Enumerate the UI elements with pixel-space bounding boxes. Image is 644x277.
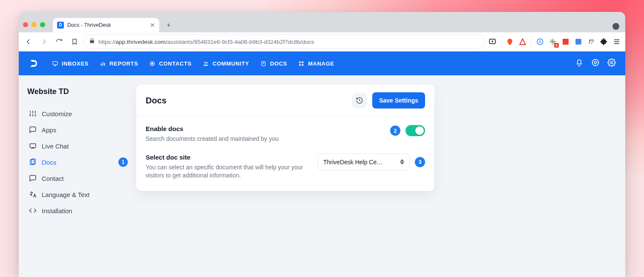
app-header: INBOXES REPORTS CONTACTS COMMUNITY DOCS xyxy=(19,51,625,75)
active-tab[interactable]: D Docs - ThriveDesk ✕ xyxy=(53,18,159,32)
svg-rect-4 xyxy=(101,63,102,66)
card-title: Docs xyxy=(146,96,167,106)
history-icon xyxy=(356,97,363,104)
nav-label: REPORTS xyxy=(109,60,138,67)
separator xyxy=(531,37,532,46)
sidebar-item-language[interactable]: Language & Text xyxy=(27,186,125,203)
docs-card: Docs Save Settings xyxy=(136,85,434,191)
settings-icon[interactable] xyxy=(607,58,616,69)
header-actions xyxy=(575,58,616,69)
svg-rect-19 xyxy=(30,144,36,148)
nav-docs[interactable]: DOCS xyxy=(260,60,287,67)
nav-community[interactable]: COMMUNITY xyxy=(203,60,249,67)
sidebar-item-docs[interactable]: Docs 1 xyxy=(27,154,125,170)
svg-rect-15 xyxy=(302,64,304,66)
browser-menu-icon[interactable] xyxy=(612,37,622,47)
barchart-icon xyxy=(100,60,106,67)
close-window-icon[interactable] xyxy=(23,22,28,27)
lock-icon xyxy=(89,38,95,46)
svg-rect-3 xyxy=(53,61,58,65)
svg-rect-5 xyxy=(103,62,104,66)
sidebar-item-customize[interactable]: Customize xyxy=(27,106,125,122)
select-value: ThriveDesk Help Ce… xyxy=(323,159,382,166)
close-tab-icon[interactable]: ✕ xyxy=(150,22,155,29)
select-site-title: Select doc site xyxy=(146,154,308,161)
minimize-window-icon[interactable] xyxy=(32,22,37,27)
save-settings-label: Save Settings xyxy=(379,97,418,104)
brand-logo-icon[interactable] xyxy=(28,58,39,69)
enable-docs-desc: Search documents created and maintained … xyxy=(146,135,279,143)
browser-window: D Docs - ThriveDesk ✕ https://app.thr xyxy=(19,12,625,277)
install-site-icon[interactable] xyxy=(487,37,497,47)
row-select-site: Select doc site You can select an specif… xyxy=(146,154,425,180)
select-site-desc: You can select an specific document that… xyxy=(146,163,308,180)
svg-rect-14 xyxy=(299,64,301,66)
grid-icon xyxy=(298,60,305,67)
help-icon[interactable] xyxy=(591,58,600,69)
history-button[interactable] xyxy=(352,93,367,108)
nav-reports[interactable]: REPORTS xyxy=(100,60,138,67)
nav-label: CONTACTS xyxy=(159,60,191,67)
save-settings-button[interactable]: Save Settings xyxy=(372,92,425,109)
sidebar-item-label: Live Chat xyxy=(42,143,69,150)
brave-ext-icon[interactable] xyxy=(505,37,515,47)
nav-label: MANAGE xyxy=(308,60,334,67)
card-header: Docs Save Settings xyxy=(136,85,434,117)
ext-badge: 2 xyxy=(554,43,559,48)
workspace: Website TD Customize Apps Live Chat Docs… xyxy=(19,75,625,277)
svg-point-8 xyxy=(152,63,153,64)
fquestion-ext-icon[interactable]: f? xyxy=(586,37,596,47)
tab-title: Docs - ThriveDesk xyxy=(67,22,111,28)
nav-manage[interactable]: MANAGE xyxy=(298,60,334,67)
notifications-icon[interactable] xyxy=(575,58,584,69)
onepassword-ext-icon[interactable] xyxy=(535,37,545,47)
back-button[interactable] xyxy=(22,35,35,48)
separator xyxy=(501,37,501,46)
translate-ext-icon[interactable] xyxy=(573,37,584,47)
window-controls xyxy=(23,22,45,27)
code-icon xyxy=(29,207,37,214)
book-icon xyxy=(260,60,267,67)
bookmark-button[interactable] xyxy=(68,35,81,48)
sliders-icon xyxy=(29,110,37,117)
red-ext-icon[interactable] xyxy=(561,37,571,47)
nav-contacts[interactable]: CONTACTS xyxy=(149,60,191,67)
svg-rect-12 xyxy=(299,61,301,63)
profile-avatar-icon[interactable] xyxy=(612,23,619,30)
address-bar[interactable]: https://app.thrivedesk.com/assistants/95… xyxy=(83,34,485,49)
sidebar-section-title: Website TD xyxy=(27,87,125,96)
enable-docs-toggle[interactable] xyxy=(405,125,425,136)
nav-label: COMMUNITY xyxy=(213,60,249,67)
new-tab-button[interactable] xyxy=(163,19,175,31)
sidebar-item-livechat[interactable]: Live Chat xyxy=(27,138,125,154)
colorful-ext-icon[interactable]: 2 xyxy=(548,37,558,47)
forward-button xyxy=(37,35,50,48)
reload-button[interactable] xyxy=(53,35,66,48)
nav-inboxes[interactable]: INBOXES xyxy=(52,60,89,67)
svg-rect-2 xyxy=(575,39,581,45)
maximize-window-icon[interactable] xyxy=(40,22,45,27)
svg-point-18 xyxy=(611,62,613,64)
sidebar-item-contact[interactable]: Contact xyxy=(27,170,125,186)
nav-label: DOCS xyxy=(270,60,287,67)
triangle-ext-icon[interactable] xyxy=(518,37,528,47)
row-enable-docs: Enable docs Search documents created and… xyxy=(146,125,425,143)
sidebar-item-label: Installation xyxy=(42,207,72,214)
svg-rect-6 xyxy=(104,63,105,66)
card-actions: Save Settings xyxy=(352,92,425,109)
sidebar-item-installation[interactable]: Installation xyxy=(27,203,125,219)
extensions-icon[interactable] xyxy=(599,37,609,47)
step-2-badge: 2 xyxy=(390,126,400,136)
svg-point-9 xyxy=(204,62,206,63)
toggle-knob-icon xyxy=(415,126,424,135)
sidebar-item-label: Contact xyxy=(42,175,64,182)
step-3-badge: 3 xyxy=(415,157,425,167)
doc-site-select[interactable]: ThriveDesk Help Ce… xyxy=(318,154,410,171)
monitor-icon xyxy=(52,60,58,67)
sidebar: Website TD Customize Apps Live Chat Docs… xyxy=(19,75,134,277)
content: Docs Save Settings xyxy=(134,75,625,277)
enable-docs-title: Enable docs xyxy=(146,125,279,132)
sidebar-item-label: Language & Text xyxy=(42,191,89,198)
svg-point-10 xyxy=(206,62,207,63)
sidebar-item-apps[interactable]: Apps xyxy=(27,122,125,138)
